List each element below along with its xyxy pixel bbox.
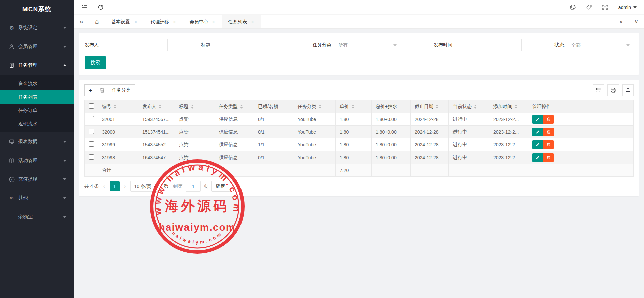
- current-page[interactable]: 1: [110, 181, 120, 191]
- page-size-value: 10 条/页: [134, 184, 151, 189]
- delete-button[interactable]: [543, 140, 554, 149]
- export-button[interactable]: [622, 84, 634, 96]
- theme-palette-icon[interactable]: [570, 4, 576, 10]
- close-icon[interactable]: ×: [134, 19, 137, 25]
- col-actions: 管理操作: [532, 104, 551, 110]
- filter-status: 状态 全部: [555, 39, 633, 51]
- goto-page-input[interactable]: [186, 181, 201, 192]
- sort-icon[interactable]: [191, 105, 194, 109]
- publish-time-input[interactable]: [456, 39, 522, 51]
- category-select-value: 所有: [338, 42, 348, 48]
- sidebar: MCN系统 ⚙ 系统设定 会员管理 任务管理: [0, 0, 74, 298]
- category-select[interactable]: 所有: [335, 39, 400, 51]
- sort-icon[interactable]: [319, 105, 321, 109]
- tag-icon[interactable]: [586, 4, 592, 10]
- sidebar-item-fund-flow[interactable]: 资金流水: [0, 77, 74, 90]
- status-select[interactable]: 全部: [568, 39, 633, 51]
- col-deadline[interactable]: 截止日期: [415, 104, 433, 110]
- cell-title: 点赞: [175, 138, 215, 151]
- table-row: 32001 159374567... 点赞 供应信息 0/1 YouTube 1…: [85, 113, 634, 126]
- col-category[interactable]: 任务分类: [298, 104, 316, 110]
- col-task-type[interactable]: 任务类型: [219, 104, 238, 110]
- col-id[interactable]: 编号: [102, 104, 111, 110]
- chevron-down-icon: [63, 197, 66, 199]
- home-tab[interactable]: ⌂: [89, 15, 105, 28]
- search-button[interactable]: 搜索: [85, 56, 106, 69]
- close-icon[interactable]: ×: [173, 19, 176, 25]
- goto-confirm-button[interactable]: 确定: [211, 181, 230, 192]
- sidebar-item-other[interactable]: ∞ 其他: [0, 189, 74, 207]
- sort-icon[interactable]: [352, 105, 354, 109]
- sidebar-item-recharge-withdraw[interactable]: ¥ 充值提现: [0, 170, 74, 189]
- page-size-select[interactable]: 10 条/页: [130, 181, 159, 192]
- batch-delete-button[interactable]: [96, 84, 108, 96]
- plus-icon: +: [88, 87, 92, 94]
- delete-button[interactable]: [543, 153, 554, 162]
- tab-basic-settings[interactable]: 基本设置 ×: [105, 15, 144, 28]
- sidebar-item-activity-management[interactable]: 活动管理: [0, 151, 74, 170]
- close-icon[interactable]: ×: [251, 19, 254, 25]
- tab-menu-chevron-icon[interactable]: ∨: [629, 15, 644, 28]
- col-status[interactable]: 当前状态: [453, 104, 472, 110]
- tab-member-center[interactable]: 会员中心 ×: [182, 15, 221, 28]
- publisher-input[interactable]: [102, 39, 168, 51]
- refresh-icon[interactable]: [98, 4, 104, 10]
- next-page-icon[interactable]: ›: [123, 183, 127, 190]
- print-button[interactable]: [607, 84, 619, 96]
- close-icon[interactable]: ×: [212, 19, 215, 25]
- edit-button[interactable]: [532, 153, 543, 162]
- sidebar-item-label: 充值提现: [18, 176, 63, 182]
- add-task-button[interactable]: +: [84, 84, 96, 96]
- sidebar-item-report-data[interactable]: 报表数据: [0, 132, 74, 151]
- sort-icon[interactable]: [240, 105, 243, 109]
- sidebar-item-member-management[interactable]: 会员管理: [0, 37, 74, 56]
- filter-columns-button[interactable]: [593, 84, 604, 96]
- col-title[interactable]: 标题: [179, 104, 189, 110]
- sort-icon[interactable]: [114, 105, 116, 109]
- row-checkbox[interactable]: [89, 141, 94, 147]
- delete-button[interactable]: [543, 128, 554, 136]
- sidebar-item-task-management[interactable]: 任务管理: [0, 56, 74, 75]
- edit-button[interactable]: [532, 128, 543, 136]
- collapse-sidebar-icon[interactable]: [81, 4, 88, 10]
- row-checkbox[interactable]: [89, 129, 94, 134]
- sidebar-item-yuebao[interactable]: 余额宝: [0, 207, 74, 226]
- title-input[interactable]: [214, 39, 279, 51]
- col-added-time[interactable]: 添加时间: [493, 104, 512, 110]
- scroll-tabs-right-icon[interactable]: »: [613, 15, 629, 28]
- sidebar-item-task-list[interactable]: 任务列表: [0, 90, 74, 104]
- sort-icon[interactable]: [515, 105, 517, 109]
- infinity-icon: ∞: [8, 195, 15, 201]
- fullscreen-icon[interactable]: [602, 4, 608, 10]
- cell-title: 点赞: [175, 151, 215, 164]
- tab-agent-migration[interactable]: 代理迁移 ×: [144, 15, 182, 28]
- document-icon: [8, 63, 15, 68]
- row-checkbox[interactable]: [89, 116, 94, 121]
- col-unit-price[interactable]: 单价: [340, 104, 349, 110]
- sort-icon[interactable]: [159, 105, 161, 109]
- total-row: 合计 7.20: [85, 164, 634, 177]
- delete-button[interactable]: [543, 115, 554, 124]
- cell-category: YouTube: [293, 126, 336, 138]
- edit-button[interactable]: [532, 115, 543, 124]
- sidebar-item-cashback-flow[interactable]: 返现流水: [0, 117, 74, 130]
- sidebar-item-system-settings[interactable]: ⚙ 系统设定: [0, 18, 74, 37]
- select-all-checkbox[interactable]: [89, 103, 94, 109]
- task-category-button[interactable]: 任务分类: [108, 84, 135, 96]
- edit-button[interactable]: [532, 140, 543, 149]
- refresh-table-icon[interactable]: ↻: [164, 183, 169, 190]
- cell-total-price: 1.80+0.00: [372, 138, 411, 151]
- sort-icon[interactable]: [436, 105, 438, 109]
- filter-row: 发布人 标题 任务分类 所有 发布: [85, 39, 633, 51]
- sort-icon[interactable]: [474, 105, 477, 109]
- publish-time-label: 发布时间: [434, 42, 452, 48]
- cell-unit-price: 1.80: [336, 126, 372, 138]
- sidebar-item-task-orders[interactable]: 任务订单: [0, 104, 74, 117]
- row-checkbox[interactable]: [89, 154, 94, 160]
- prev-page-icon[interactable]: ‹: [102, 183, 107, 190]
- export-icon: [625, 87, 631, 93]
- user-menu[interactable]: admin: [618, 5, 637, 10]
- tab-task-list[interactable]: 任务列表 ×: [222, 15, 261, 28]
- scroll-tabs-left-icon[interactable]: «: [74, 15, 89, 28]
- col-publisher[interactable]: 发布人: [142, 104, 156, 110]
